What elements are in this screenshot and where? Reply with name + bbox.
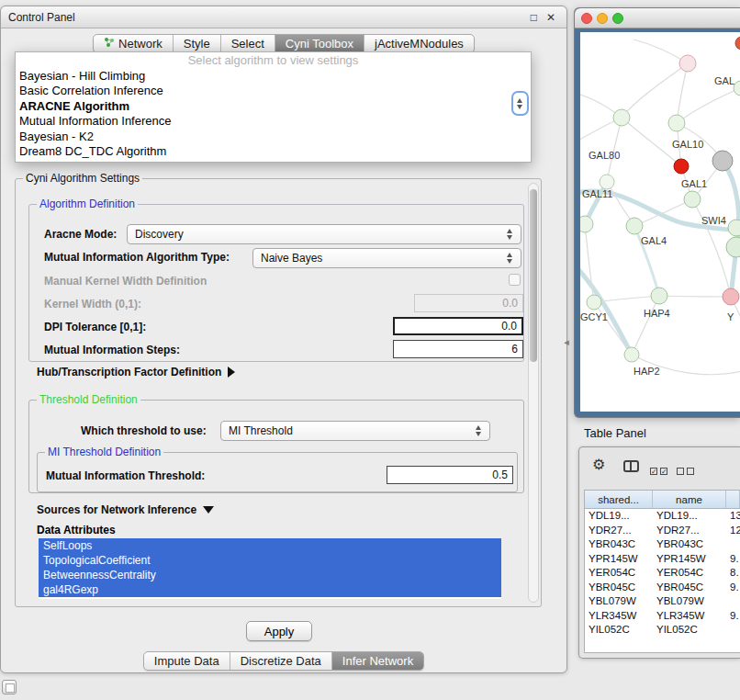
table-row[interactable]: YBR043CYBR043C (585, 537, 740, 552)
network-node-swi4[interactable] (728, 220, 740, 236)
table-cell: YBR045C (653, 581, 726, 595)
aracne-mode-value: Discovery (135, 228, 184, 241)
panel-collapse-grip[interactable]: ◂ (561, 333, 572, 351)
tab-label: Cyni Toolbox (286, 37, 353, 51)
table-row[interactable]: YER054CYER054C8. (585, 566, 740, 581)
network-node[interactable] (712, 151, 733, 171)
data-attribute-item-gal4rgexp[interactable]: gal4RGexp (39, 582, 501, 597)
network-window-titlebar[interactable] (575, 8, 740, 28)
table-cell: YDL19... (653, 509, 726, 524)
kernel-width-field[interactable]: 0.0 (414, 294, 523, 312)
network-node[interactable] (726, 237, 740, 257)
mi-steps-field[interactable]: 6 (393, 340, 523, 358)
network-node-gal1[interactable] (684, 191, 701, 208)
table-row[interactable]: YBL079WYBL079W (585, 594, 740, 609)
network-graph[interactable]: GAL80GAL10GAL11GAL1SWI4GAL4GCY1HAP4YHAP2… (580, 32, 740, 412)
deselect-all-rows-icon[interactable] (677, 462, 697, 479)
apply-button[interactable]: Apply (246, 621, 312, 641)
tab-select[interactable]: Select (220, 35, 275, 52)
table-row[interactable]: YIL052CYIL052C (585, 623, 740, 638)
table-cell: YBR045C (585, 581, 653, 595)
settings-scrollbar[interactable] (528, 183, 539, 603)
zoom-traffic-light[interactable] (612, 13, 623, 24)
tab-infer-network[interactable]: Infer Network (331, 652, 423, 670)
network-node[interactable] (580, 216, 593, 232)
settings-group-title: Cyni Algorithm Settings (23, 172, 142, 185)
which-threshold-select[interactable]: MI Threshold (220, 421, 490, 441)
algorithm-combobox-stepper[interactable] (511, 91, 529, 116)
control-panel-title: Control Panel (8, 6, 75, 28)
network-node-gal11[interactable] (600, 175, 614, 189)
sources-for-network-inference-section[interactable]: Sources for Network Inference (37, 503, 214, 516)
table-column-header[interactable]: name (653, 491, 726, 508)
table-cell: YIL052C (653, 623, 726, 638)
tab-network[interactable]: Network (94, 35, 173, 52)
table-cell: YPR145W (653, 552, 726, 567)
network-node[interactable] (668, 115, 685, 131)
data-attributes-list[interactable]: SelfLoopsTopologicalCoefficientBetweenne… (39, 538, 501, 599)
table-column-header[interactable]: shared... (585, 491, 653, 508)
mi-algorithm-type-value: Naive Bayes (261, 252, 322, 265)
mi-threshold-field[interactable]: 0.5 (387, 466, 513, 484)
manual-kernel-width-label: Manual Kernel Width Definition (44, 275, 207, 288)
dpi-tolerance-field[interactable]: 0.0 (393, 317, 523, 335)
table-row[interactable]: YBR045CYBR045C9. (585, 581, 740, 595)
tab-impute-data[interactable]: Impute Data (144, 652, 230, 670)
close-panel-button[interactable]: ✕ (546, 6, 555, 28)
table-cell: YBR043C (585, 537, 653, 552)
network-canvas[interactable]: GAL80GAL10GAL11GAL1SWI4GAL4GCY1HAP4YHAP2… (580, 32, 740, 412)
float-panel-button[interactable]: □ (531, 6, 537, 28)
network-node-hap2[interactable] (624, 347, 639, 362)
tab-jactivemnodules[interactable]: jActiveMNodules (364, 35, 474, 52)
aracne-mode-select[interactable]: Discovery (127, 224, 521, 244)
table-cell: YPR145W (585, 552, 653, 567)
network-node[interactable] (679, 55, 696, 72)
minimized-panel-icon[interactable] (2, 680, 17, 694)
network-node-hap4[interactable] (651, 288, 667, 304)
network-node-gcy1[interactable] (587, 295, 601, 310)
tab-discretize-data[interactable]: Discretize Data (230, 652, 331, 670)
table-row[interactable]: YDR27...YDR27...12 (585, 524, 740, 538)
table-cell: YER054C (653, 566, 726, 581)
network-node-gal[interactable] (734, 81, 740, 96)
network-node-y[interactable] (723, 288, 739, 305)
stepper-arrows-icon (475, 424, 483, 437)
algorithm-menu-item-mutual-information-inference[interactable]: Mutual Information Inference (16, 114, 531, 129)
network-node-gal10[interactable] (674, 159, 689, 174)
tab-cyni-toolbox[interactable]: Cyni Toolbox (275, 35, 364, 52)
data-attribute-item-topologicalcoefficient[interactable]: TopologicalCoefficient (39, 553, 501, 568)
table-cell: 8. (726, 566, 740, 581)
table-row[interactable]: YPR145WYPR145W9. (585, 552, 740, 567)
algorithm-menu-item-aracne-algorithm[interactable]: ARACNE Algorithm (16, 99, 531, 114)
table-cell: YDR27... (653, 524, 726, 538)
threshold-definition-title: Threshold Definition (37, 393, 140, 406)
network-node[interactable] (735, 37, 740, 50)
network-node-label: GAL10 (672, 139, 703, 150)
control-panel-titlebar[interactable]: Control Panel □ ✕ (1, 6, 566, 28)
data-attribute-item-selfloops[interactable]: SelfLoops (39, 538, 501, 553)
bottom-tab-bar: Impute DataDiscretize DataInfer Network (143, 651, 424, 671)
control-panel-tab-row: NetworkStyleSelectCyni ToolboxjActiveMNo… (1, 34, 566, 53)
table-column-header[interactable] (726, 491, 740, 508)
manual-kernel-width-checkbox[interactable] (509, 274, 521, 286)
network-node-gal4[interactable] (626, 218, 643, 234)
minimize-traffic-light[interactable] (597, 13, 608, 24)
gear-icon[interactable]: ⚙ (592, 456, 605, 473)
select-all-rows-icon[interactable] (650, 462, 670, 479)
settings-scrollbar-thumb[interactable] (530, 189, 537, 362)
algorithm-menu-item-dream8-dc-tdc-algorithm[interactable]: Dream8 DC_TDC Algorithm (16, 144, 531, 159)
data-attribute-item-betweennesscentrality[interactable]: BetweennessCentrality (39, 568, 501, 582)
table-cell: YBL079W (585, 594, 653, 609)
network-node-gal80[interactable] (613, 109, 630, 126)
algorithm-menu-item-bayesian-k2[interactable]: Bayesian - K2 (16, 130, 531, 144)
tab-style[interactable]: Style (173, 35, 220, 52)
table-row[interactable]: YLR345WYLR345W9. (585, 609, 740, 624)
column-chooser-icon[interactable] (623, 460, 639, 472)
table-row[interactable]: YDL19...YDL19...13 (585, 509, 740, 524)
algorithm-menu-item-bayesian-hill-climbing[interactable]: Bayesian - Hill Climbing (16, 69, 531, 84)
close-traffic-light[interactable] (581, 13, 592, 24)
table-cell: YIL052C (585, 623, 653, 638)
algorithm-menu-item-basic-correlation-inference[interactable]: Basic Correlation Inference (16, 84, 531, 98)
hub-transcription-factor-section[interactable]: Hub/Transcription Factor Definition (37, 366, 235, 378)
mi-algorithm-type-select[interactable]: Naive Bayes (252, 248, 521, 268)
